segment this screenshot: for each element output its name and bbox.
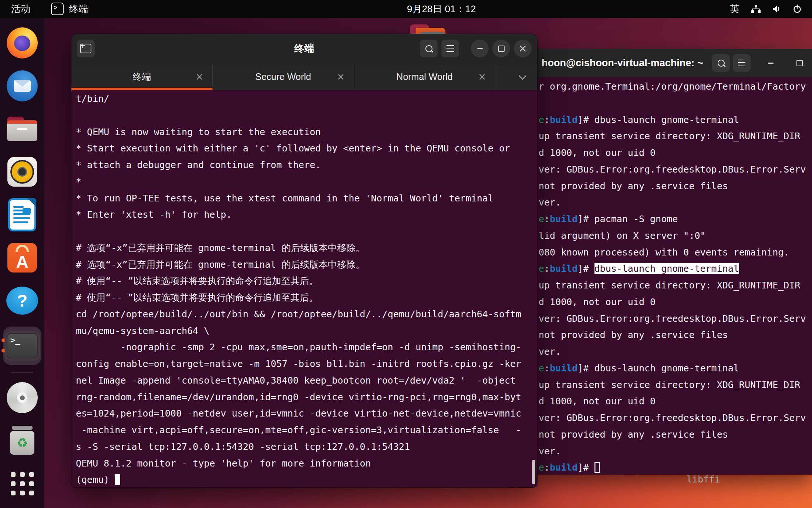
clock[interactable]: 9月28日 01：12 [407, 0, 476, 18]
terminal-line: d 1000, not our uid 0 [539, 294, 812, 311]
menu-icon [447, 45, 454, 52]
minimize-icon [768, 63, 774, 64]
maximize-button[interactable] [492, 40, 510, 57]
terminal-line [539, 95, 812, 112]
terminal-line: * Start execution with either a 'c' foll… [76, 140, 537, 157]
terminal-line: * [76, 174, 537, 190]
terminal-line: not provided by any .service files [539, 427, 812, 443]
terminal-line: rng-random,filename=/dev/urandom,id=rng0… [76, 389, 537, 406]
terminal-line: ver: GDBus.Error:org.freedesktop.DBus.Er… [539, 161, 812, 178]
dock-item-rhythmbox[interactable] [5, 155, 39, 189]
terminal-line: config enable=on,target=native -m 1057 -… [76, 356, 537, 372]
new-tab-button[interactable] [77, 40, 95, 57]
minimize-button[interactable] [762, 54, 779, 72]
help-icon: ? [6, 287, 38, 315]
dock-item-libreoffice-writer[interactable] [5, 198, 39, 232]
terminal-line: ver: GDBus.Error:org.freedesktop.DBus.Er… [539, 311, 812, 327]
terminal-line: not provided by any .service files [539, 178, 812, 195]
terminal-line: r org.gnome.Terminal:/org/gnome/Terminal… [539, 78, 812, 95]
search-button[interactable] [712, 54, 730, 72]
close-button[interactable]: × [514, 40, 532, 57]
terminal-line: -nographic -smp 2 -cpu max,sme=on,pauth-… [76, 339, 537, 356]
terminal-line: ver: GDBus.Error:org.freedesktop.DBus.Er… [539, 410, 812, 427]
tab-close-icon[interactable]: × [478, 71, 486, 82]
activities-button[interactable]: 活动 [11, 3, 30, 16]
terminal-line: * To run OP-TEE tests, use the xtest com… [76, 190, 537, 207]
tab-bar: 终端 × Secure World × Normal World × [71, 63, 537, 90]
terminal-line: mu/qemu-system-aarch64 \ [76, 323, 537, 340]
dock-item-thunderbird[interactable] [5, 69, 39, 103]
tab-secure-world[interactable]: Secure World × [213, 63, 354, 90]
volume-icon[interactable] [772, 4, 782, 13]
terminal-line: # 选项“-x”已弃用并可能在 gnome-terminal 的后续版本中移除。 [76, 257, 537, 273]
network-tree-icon[interactable] [751, 4, 761, 13]
focused-app-name: 终端 [69, 3, 88, 16]
dock-item-help[interactable]: ? [5, 284, 39, 318]
right-terminal-content[interactable]: r org.gnome.Terminal:/org/gnome/Terminal… [537, 77, 812, 475]
dock-item-trash[interactable]: ♻ [5, 424, 39, 458]
terminal-line [76, 223, 537, 240]
right-window-title: hoon@cishoon-virtual-machine: ~ [542, 57, 703, 69]
power-icon[interactable] [793, 4, 802, 13]
rhythmbox-icon [7, 157, 37, 187]
terminal-line: QEMU 8.1.2 monitor - type 'help' for mor… [76, 455, 537, 472]
terminal-icon [7, 333, 38, 358]
terminal-line: # 选项“-x”已弃用并可能在 gnome-terminal 的后续版本中移除。 [76, 240, 537, 257]
tab-close-icon[interactable]: × [337, 71, 345, 82]
terminal-line: up transient service directory: XDG_RUNT… [539, 377, 812, 394]
tab-label: 终端 [133, 71, 151, 83]
maximize-icon [498, 46, 505, 52]
search-button[interactable] [420, 40, 438, 57]
dock-separator [11, 372, 33, 372]
terminal-line: * attach a debugger and continue from th… [76, 157, 537, 174]
terminal-line: e:build]# dbus-launch gnome-terminal [539, 112, 812, 128]
terminal-line [76, 107, 537, 124]
terminal-line: t/bin/ [76, 91, 537, 107]
tab-terminal[interactable]: 终端 × [71, 63, 213, 90]
focused-app-indicator[interactable]: 终端 [51, 3, 88, 16]
minimize-icon [477, 48, 483, 49]
menu-button[interactable] [733, 54, 751, 72]
tab-normal-world[interactable]: Normal World × [354, 63, 495, 90]
dock-item-firefox[interactable] [5, 26, 39, 60]
terminal-window-background[interactable]: hoon@cishoon-virtual-machine: ~ r org.gn… [537, 49, 812, 475]
terminal-line: e:build]# dbus-launch gnome-terminal [539, 360, 812, 377]
terminal-line: (qemu) [76, 472, 537, 487]
dock-item-cd[interactable] [5, 381, 39, 415]
terminal-line: not provided by any .service files [539, 327, 812, 344]
new-tab-icon [80, 44, 91, 53]
main-terminal-content[interactable]: t/bin/ * QEMU is now waiting to start th… [71, 90, 537, 487]
terminal-line: ver. [539, 443, 812, 460]
input-method-indicator[interactable]: 英 [730, 3, 739, 16]
right-window-titlebar[interactable]: hoon@cishoon-virtual-machine: ~ [537, 49, 812, 77]
firefox-icon [7, 27, 38, 59]
dock-item-terminal[interactable] [3, 327, 41, 365]
dock-item-files[interactable] [5, 112, 39, 146]
close-icon: × [518, 43, 527, 54]
ubuntu-software-icon: A [7, 243, 37, 273]
scrollbar-thumb[interactable] [532, 460, 535, 484]
terminal-window-main[interactable]: 终端 × 终端 × Secure World × Normal World × … [71, 34, 537, 487]
terminal-line: d 1000, not our uid 0 [539, 145, 812, 161]
minimize-button[interactable] [471, 40, 489, 57]
terminal-line: d 1000, not our uid 0 [539, 393, 812, 410]
dock-item-app-grid[interactable] [5, 467, 39, 501]
dock: A ? ♻ [0, 18, 44, 508]
dock-item-ubuntu-software[interactable]: A [5, 241, 39, 275]
tab-label: Secure World [255, 71, 311, 82]
maximize-button[interactable] [791, 54, 808, 72]
terminal-line: es=1024,period=1000 -netdev user,id=vmni… [76, 405, 537, 422]
chevron-down-icon[interactable] [519, 71, 526, 79]
top-bar: 活动 终端 9月28日 01：12 英 [0, 0, 812, 18]
terminal-line: * QEMU is now waiting to start the execu… [76, 124, 537, 141]
files-icon [7, 117, 37, 141]
running-indicator-dot [1, 338, 5, 342]
menu-button[interactable] [441, 40, 459, 57]
terminal-icon [51, 3, 64, 15]
terminal-line: 080 known processed) with 0 events remai… [539, 244, 812, 261]
libreoffice-writer-icon [10, 200, 34, 230]
terminal-line: s -S -serial tcp:127.0.0.1:54320 -serial… [76, 439, 537, 455]
main-window-titlebar[interactable]: 终端 × [71, 34, 537, 63]
tab-close-icon[interactable]: × [195, 71, 203, 82]
terminal-line: ver. [539, 194, 812, 211]
